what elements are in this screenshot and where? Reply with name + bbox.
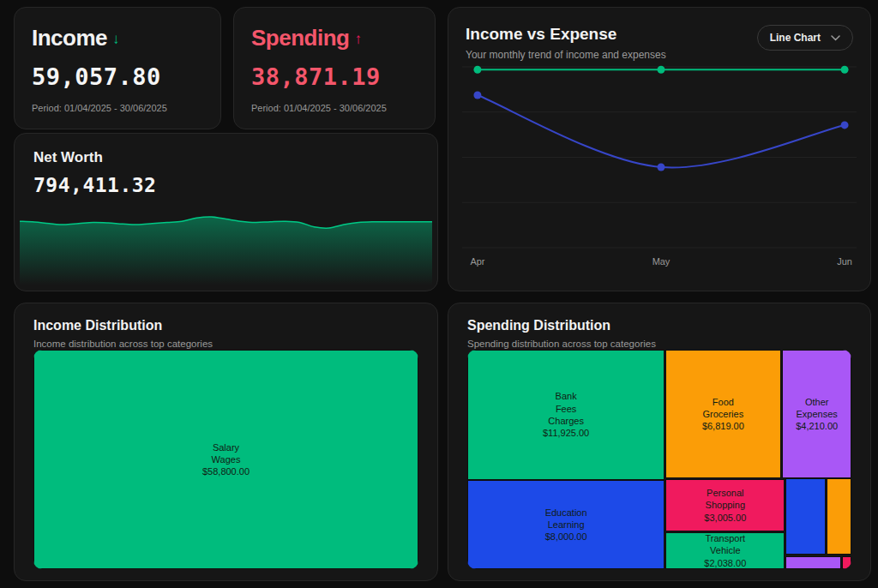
income-distribution-header: Income Distribution Income distribution …: [15, 303, 437, 349]
expense-line: [478, 95, 845, 167]
chart-type-dropdown[interactable]: Line Chart: [757, 25, 853, 51]
treemap-cell-label: TransportVehicle$2,038.00: [704, 532, 746, 569]
x-axis-label: Jun: [837, 256, 852, 267]
spending-period: Period: 01/04/2025 - 30/06/2025: [251, 103, 418, 113]
finance-dashboard: Income↓ 59,057.80 Period: 01/04/2025 - 3…: [0, 0, 878, 588]
expense-point-jun[interactable]: [841, 121, 849, 129]
treemap-cell-personal-shopping[interactable]: PersonalShopping$3,005.00: [665, 479, 785, 531]
net-worth-card: Net Worth 794,411.32: [14, 133, 438, 291]
chart-header: Income vs Expense Your monthly trend of …: [462, 25, 857, 61]
trend-down-icon: ↓: [112, 31, 119, 47]
treemap-cell-unlabeled-6[interactable]: [785, 478, 826, 555]
income-distribution-subtitle: Income distribution across top categorie…: [33, 339, 418, 349]
net-worth-title: Net Worth: [33, 149, 418, 166]
chart-header-text: Income vs Expense Your monthly trend of …: [466, 25, 666, 61]
income-distribution-treemap: SalaryWages$58,800.00: [33, 350, 418, 569]
income-point-may[interactable]: [658, 66, 665, 74]
income-distribution-title: Income Distribution: [33, 318, 418, 333]
spending-distribution-treemap: BankFeesCharges$11,925.00FoodGroceries$6…: [467, 350, 851, 569]
income-vs-expense-chart: AprMayJun: [462, 59, 857, 275]
income-point-apr[interactable]: [473, 66, 481, 74]
income-distribution-card: Income Distribution Income distribution …: [14, 303, 438, 581]
spending-title-text: Spending: [251, 25, 349, 51]
treemap-cell-label: OtherExpenses$4,210.00: [796, 396, 838, 433]
spending-value: 38,871.19: [251, 63, 418, 90]
treemap-cell-other-expenses[interactable]: OtherExpenses$4,210.00: [782, 350, 851, 478]
net-worth-area-fill: [20, 217, 432, 285]
treemap-cell-unlabeled-9[interactable]: [842, 556, 851, 569]
income-point-jun[interactable]: [841, 66, 849, 74]
expense-point-apr[interactable]: [473, 91, 481, 99]
chevron-down-icon: [831, 35, 840, 41]
treemap-cell-bank-fees-charges[interactable]: BankFeesCharges$11,925.00: [467, 350, 665, 480]
net-worth-sparkline-chart: [20, 213, 432, 285]
income-value: 59,057.80: [32, 63, 203, 90]
spending-distribution-title: Spending Distribution: [467, 318, 851, 333]
spending-distribution-header: Spending Distribution Spending distribut…: [448, 303, 870, 349]
chart-title: Income vs Expense: [466, 25, 666, 44]
spending-distribution-card: Spending Distribution Spending distribut…: [448, 303, 871, 581]
net-worth-header: Net Worth 794,411.32: [15, 134, 437, 196]
treemap-cell-salary-wages[interactable]: SalaryWages$58,800.00: [33, 350, 418, 569]
treemap-cell-label: SalaryWages$58,800.00: [202, 441, 250, 478]
expense-point-may[interactable]: [658, 163, 665, 171]
treemap-cell-unlabeled-7[interactable]: [827, 478, 851, 555]
net-worth-value: 794,411.32: [33, 174, 418, 196]
treemap-cell-education-learning[interactable]: EducationLearning$8,000.00: [467, 480, 665, 569]
chart-type-label: Line Chart: [770, 32, 821, 44]
treemap-cell-unlabeled-8[interactable]: [785, 556, 841, 569]
treemap-cell-label: EducationLearning$8,000.00: [545, 507, 587, 543]
income-card-title: Income↓: [32, 25, 203, 51]
x-axis-label: Apr: [470, 256, 484, 267]
income-title-text: Income: [32, 25, 107, 51]
treemap-cell-label: PersonalShopping$3,005.00: [704, 487, 746, 524]
spending-summary-card: Spending↑ 38,871.19 Period: 01/04/2025 -…: [233, 7, 436, 129]
treemap-cell-label: FoodGroceries$6,819.00: [702, 396, 744, 433]
income-summary-card: Income↓ 59,057.80 Period: 01/04/2025 - 3…: [14, 7, 221, 129]
income-vs-expense-card: Income vs Expense Your monthly trend of …: [448, 7, 871, 291]
treemap-cell-label: BankFeesCharges$11,925.00: [543, 390, 589, 439]
spending-card-title: Spending↑: [251, 25, 418, 51]
spending-distribution-subtitle: Spending distribution across top categor…: [467, 339, 851, 349]
treemap-cell-food-groceries[interactable]: FoodGroceries$6,819.00: [665, 350, 780, 478]
x-axis-label: May: [652, 256, 671, 267]
trend-up-icon: ↑: [354, 31, 361, 47]
treemap-cell-transport-vehicle[interactable]: TransportVehicle$2,038.00: [665, 532, 785, 569]
income-period: Period: 01/04/2025 - 30/06/2025: [32, 103, 203, 113]
